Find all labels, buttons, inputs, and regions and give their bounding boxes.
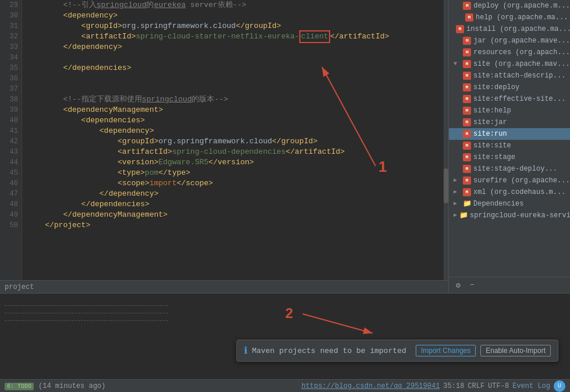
maven-icon: M	[463, 2, 471, 10]
sidebar-item-springcloud-service[interactable]: 📁 springcloud-eureka-service	[449, 210, 570, 221]
code-line-44: <version>Edgware.SR5</version>	[27, 157, 448, 168]
code-line-37	[27, 84, 448, 94]
sidebar-item-deploy[interactable]: M deploy (org.apache.m...	[449, 0, 570, 12]
code-line-50: </project>	[27, 220, 448, 231]
code-line-40: <dependencies>	[27, 115, 448, 126]
sidebar-item-jar[interactable]: M jar (org.apache.mave...	[449, 35, 570, 47]
sidebar-item-xml[interactable]: M xml (org.codehaus.m...	[449, 186, 570, 198]
ln-39: 39	[0, 105, 18, 115]
sidebar-item-install[interactable]: M install (org.apache.ma...	[449, 23, 570, 35]
annotation-2: 2	[285, 305, 293, 322]
status-left: 6: TODO (14 minutes ago)	[5, 382, 105, 390]
enable-auto-import-button[interactable]: Enable Auto-Import	[480, 345, 551, 356]
code-line-49: </dependencyManagement>	[27, 210, 448, 220]
maven-icon: M	[463, 153, 471, 161]
code-line-41: <dependency>	[27, 126, 448, 136]
sidebar-item-site-jar[interactable]: M site:jar	[449, 116, 570, 128]
scrollbar-thumb[interactable]	[444, 168, 448, 203]
code-content: 29 30 31 32 33 34 35 36 37 38 39 40 41 4…	[0, 0, 448, 280]
info-icon: ℹ	[244, 345, 247, 356]
code-line-32: <artifactId>spring-cloud-starter-netflix…	[27, 31, 448, 42]
ln-47: 47	[0, 189, 18, 199]
maven-icon: M	[463, 130, 471, 138]
ln-33: 33	[0, 42, 18, 52]
code-line-39: <dependencyManagement>	[27, 105, 448, 115]
code-line-46: <scope>import</scope>	[27, 178, 448, 189]
sidebar-item-site-stage[interactable]: M site:stage	[449, 151, 570, 163]
sidebar-item-label: resources (org.apach...	[473, 47, 570, 58]
ln-45: 45	[0, 168, 18, 178]
sidebar-item-site-run[interactable]: M site:run	[449, 128, 570, 140]
code-line-45: <type>pom</type>	[27, 168, 448, 178]
position-label: 35:18	[443, 382, 464, 390]
code-line-35: </dependencies>	[27, 63, 448, 73]
bottom-panel-content: 2 ℹ Maven projects need to be imported I…	[0, 294, 570, 379]
maven-icon: M	[463, 118, 471, 126]
sidebar-item-site-stage-deploy[interactable]: M site:stage-deploy...	[449, 163, 570, 175]
bottom-status-bar: 6: TODO (14 minutes ago) https://blog.cs…	[0, 379, 570, 392]
user-avatar: U	[554, 380, 565, 392]
sidebar-item-label: site:stage-deploy...	[473, 163, 557, 175]
code-line-29: <!--引入springcloud的eurekea server依赖-->	[27, 0, 448, 10]
code-line-30: <dependency>	[27, 10, 448, 21]
sidebar-item-label: site:effective-site...	[473, 93, 565, 105]
code-lines[interactable]: <!--引入springcloud的eurekea server依赖--> <d…	[22, 0, 448, 280]
time-label: (14 minutes ago)	[38, 382, 105, 390]
sidebar-item-label: site (org.apache.mav...	[473, 58, 570, 70]
maven-icon: M	[463, 165, 471, 173]
notification-message: Maven projects need to be imported	[252, 347, 406, 355]
import-changes-button[interactable]: Import Changes	[416, 345, 476, 356]
code-line-34	[27, 52, 448, 63]
code-line-47: </dependency>	[27, 189, 448, 199]
ln-31: 31	[0, 21, 18, 31]
sidebar-item-label: deploy (org.apache.m...	[473, 0, 570, 12]
sidebar-item-site-help[interactable]: M site:help	[449, 105, 570, 116]
ln-44: 44	[0, 157, 18, 168]
vertical-scrollbar[interactable]	[444, 0, 448, 280]
sidebar-item-label: springcloud-eureka-service	[470, 210, 570, 221]
ln-32: 32	[0, 31, 18, 42]
event-log-label[interactable]: Event Log	[512, 382, 550, 390]
bottom-panel: 2 ℹ Maven projects need to be imported I…	[0, 293, 570, 392]
expand-arrow-icon	[454, 58, 459, 70]
sidebar-item-label: site:attach-descrip...	[473, 70, 565, 82]
ln-38: 38	[0, 94, 18, 105]
sidebar-item-site[interactable]: M site (org.apache.mav...	[449, 58, 570, 70]
todo-badge: 6: TODO	[5, 382, 34, 390]
svg-line-1	[303, 314, 373, 333]
maven-icon: M	[463, 176, 471, 185]
sidebar-item-label: surefire (org.apache...	[473, 175, 570, 186]
sidebar-item-surefire[interactable]: M surefire (org.apache...	[449, 175, 570, 186]
maven-icon: M	[456, 25, 464, 33]
sidebar-item-label: site:stage	[473, 151, 515, 163]
code-line-43: <artifactId>spring-cloud-dependencies</a…	[27, 147, 448, 157]
sidebar: M deploy (org.apache.m... M help (org.ap…	[448, 0, 570, 293]
minus-button[interactable]: −	[466, 280, 478, 291]
dashed-line-3	[5, 320, 168, 321]
sidebar-toolbar: ⚙ −	[449, 277, 570, 293]
ln-40: 40	[0, 115, 18, 126]
encoding-label: UTF-8	[488, 382, 509, 390]
maven-icon: M	[463, 95, 471, 103]
sidebar-item-resources[interactable]: M resources (org.apach...	[449, 47, 570, 58]
notification-popup: ℹ Maven projects need to be imported Imp…	[236, 340, 558, 362]
maven-icon: M	[463, 48, 471, 56]
sidebar-item-help[interactable]: M help (org.apache.ma...	[449, 12, 570, 23]
code-line-33: </dependency>	[27, 42, 448, 52]
folder-icon: 📁	[463, 200, 471, 208]
sidebar-item-dependencies[interactable]: 📁 Dependencies	[449, 198, 570, 210]
sidebar-item-site-attach[interactable]: M site:attach-descrip...	[449, 70, 570, 82]
maven-icon: M	[463, 60, 471, 68]
ln-46: 46	[0, 178, 18, 189]
sidebar-item-site-effective[interactable]: M site:effective-site...	[449, 93, 570, 105]
sidebar-item-site-deploy[interactable]: M site:deploy	[449, 82, 570, 93]
sidebar-item-site-site[interactable]: M site:site	[449, 140, 570, 151]
ln-34: 34	[0, 52, 18, 63]
ln-50: 50	[0, 220, 18, 231]
editor-status-text: project	[5, 283, 34, 291]
ln-30: 30	[0, 10, 18, 21]
editor-status-bar: project	[0, 280, 448, 293]
ln-41: 41	[0, 126, 18, 136]
code-line-48: </dependencies>	[27, 199, 448, 210]
gear-button[interactable]: ⚙	[452, 280, 464, 291]
